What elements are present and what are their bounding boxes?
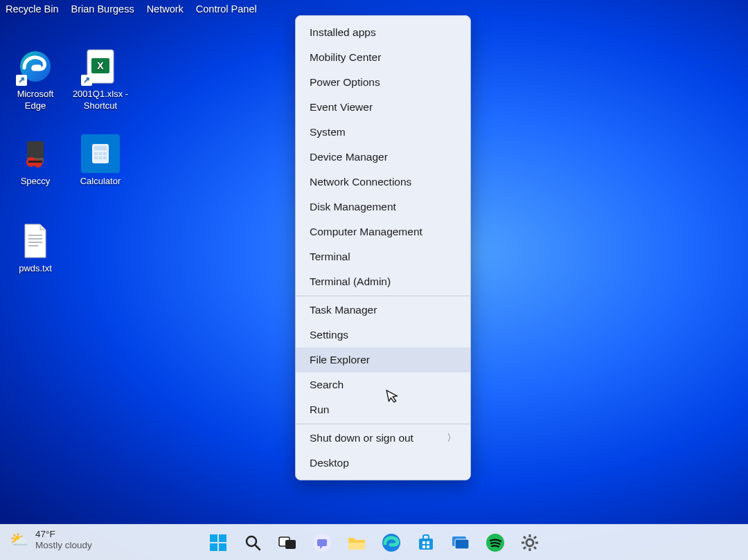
winx-item-label: Run [310,404,329,416]
svg-line-26 [256,545,260,550]
start-button[interactable] [208,532,229,553]
winx-item-label: Network Connections [310,176,411,188]
speccy-label: Speccy [21,176,51,188]
speccy-icon [16,134,55,173]
winx-section-1: Installed appsMobility CenterPower Optio… [296,20,470,294]
svg-text:X: X [97,60,104,71]
edge-button[interactable] [381,532,402,553]
desktop-background[interactable]: Recycle Bin Brian Burgess Network Contro… [0,0,748,560]
winx-item-label: Mobility Center [310,51,381,64]
network-label[interactable]: Network [147,3,184,15]
winx-item-label: Event Viewer [310,101,373,114]
winx-item-label: Search [310,379,344,391]
winx-item-device-manager[interactable]: Device Manager [296,145,470,170]
winx-item-label: Computer Management [310,226,422,238]
winx-item-shutdown[interactable]: Shut down or sign out 〉 [296,426,470,451]
taskview-button[interactable] [277,532,298,553]
winx-item-mobility-center[interactable]: Mobility Center [296,45,470,70]
svg-rect-37 [427,545,429,548]
spotify-button[interactable] [485,532,506,553]
winx-item-desktop[interactable]: Desktop [296,451,470,476]
taskbar: ⛅ 47°F Mostly cloudy [0,524,748,560]
xlsx-label: 2001Q1.xlsx - Shortcut [73,89,128,112]
explorer-button[interactable] [346,532,367,553]
winx-item-label: File Explorer [310,354,370,366]
svg-rect-35 [427,541,429,544]
winx-item-settings[interactable]: Settings [296,323,470,347]
svg-rect-21 [210,534,217,542]
desktop-icon-edge[interactable]: ↗ Microsoft Edge [6,47,65,123]
weather-temp: 47°F [35,529,92,540]
menu-divider [296,424,470,424]
recycle-bin-label[interactable]: Recycle Bin [6,3,59,15]
winx-item-network-connections[interactable]: Network Connections [296,170,470,195]
winx-item-label: Terminal [310,251,350,263]
desktop-icon-calculator[interactable]: Calculator [71,134,130,210]
winx-item-label: Desktop [310,457,349,469]
text-file-icon [16,222,55,260]
svg-rect-11 [94,152,98,155]
winx-item-system[interactable]: System [296,120,470,145]
winx-item-label: Disk Management [310,201,396,213]
calculator-icon [81,134,120,173]
winx-item-label: Settings [310,329,348,341]
svg-line-49 [534,536,536,539]
pwds-label: pwds.txt [19,263,52,275]
store-button[interactable] [416,532,436,553]
svg-point-7 [34,159,42,168]
control-panel-label[interactable]: Control Panel [196,3,257,15]
svg-rect-12 [99,152,103,155]
svg-rect-22 [219,534,226,542]
winx-item-computer-management[interactable]: Computer Management [296,219,470,244]
winx-item-power-options[interactable]: Power Options [296,70,470,95]
svg-rect-31 [348,543,365,550]
winx-item-label: Shut down or sign out [310,432,413,444]
desktop-icons-area: ↗ Microsoft Edge X ↗ 2001Q1.xlsx - Short… [6,47,130,298]
svg-rect-16 [103,156,107,159]
winx-item-run[interactable]: Run [296,397,470,422]
xlsx-icon: X ↗ [81,47,120,86]
winx-item-event-viewer[interactable]: Event Viewer [296,95,470,120]
winx-item-terminal[interactable]: Terminal [296,244,470,269]
svg-point-25 [247,536,256,546]
weather-text: 47°F Mostly cloudy [35,529,92,551]
winx-item-label: Installed apps [310,26,376,39]
svg-rect-36 [422,545,425,548]
search-button[interactable] [242,532,263,553]
desktop-icon-xlsx[interactable]: X ↗ 2001Q1.xlsx - Shortcut [71,47,130,123]
desktop-top-row: Recycle Bin Brian Burgess Network Contro… [6,3,257,15]
svg-line-46 [524,536,526,539]
settings-button[interactable] [519,532,540,553]
svg-line-48 [524,547,526,549]
winx-item-label: Terminal (Admin) [310,276,391,288]
svg-line-47 [534,547,536,549]
desktop-icon-pwds[interactable]: pwds.txt [6,222,65,298]
winx-item-disk-management[interactable]: Disk Management [296,195,470,219]
chevron-right-icon: 〉 [447,432,456,444]
winx-item-file-explorer[interactable]: File Explorer [296,347,470,372]
desktops-button[interactable] [450,532,471,553]
svg-rect-34 [422,541,425,544]
svg-rect-28 [285,540,296,549]
svg-rect-13 [103,152,107,155]
svg-rect-33 [419,539,433,550]
winx-item-installed-apps[interactable]: Installed apps [296,20,470,45]
chat-button[interactable] [312,532,332,553]
winx-item-label: System [310,126,346,138]
shortcut-arrow-icon: ↗ [16,75,27,86]
svg-rect-15 [99,156,103,159]
weather-desc: Mostly cloudy [35,540,92,551]
winx-item-search[interactable]: Search [296,372,470,397]
svg-rect-24 [219,543,226,551]
user-folder-label[interactable]: Brian Burgess [71,3,134,15]
svg-rect-23 [210,543,217,551]
winx-item-task-manager[interactable]: Task Manager [296,298,470,323]
winx-item-label: Task Manager [310,304,377,316]
taskbar-weather[interactable]: ⛅ 47°F Mostly cloudy [10,529,92,551]
svg-rect-10 [94,146,107,150]
edge-icon: ↗ [16,47,55,86]
winx-item-terminal-admin-[interactable]: Terminal (Admin) [296,269,470,294]
calculator-label: Calculator [80,176,121,188]
winx-item-label: Power Options [310,76,380,89]
desktop-icon-speccy[interactable]: Speccy [6,134,65,210]
